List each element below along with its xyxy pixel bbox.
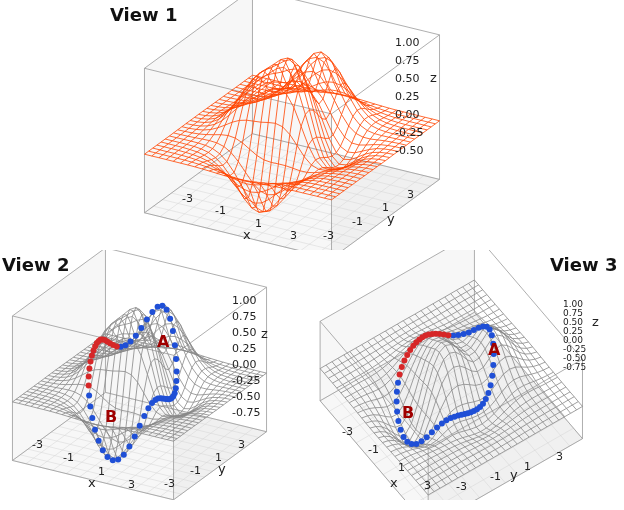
- surface-view2: [0, 250, 310, 500]
- svg-point-141: [159, 303, 165, 309]
- panel-view2: View 2 A B x y z -3 -1 1 3 -3 -1 1 3 -0.…: [0, 250, 310, 500]
- svg-point-112: [105, 454, 111, 460]
- panel-view1: View 1 x y z -3 -1 1 3 -3 -1 1 3 -0.50 -…: [130, 0, 490, 250]
- svg-point-104: [86, 373, 92, 379]
- svg-point-111: [100, 447, 106, 453]
- svg-point-116: [126, 444, 132, 450]
- svg-point-83: [149, 309, 155, 315]
- svg-point-105: [86, 382, 92, 388]
- svg-point-204: [401, 358, 407, 364]
- svg-point-234: [483, 396, 489, 402]
- svg-point-138: [170, 328, 176, 334]
- svg-point-86: [133, 333, 139, 339]
- svg-point-237: [489, 373, 495, 379]
- svg-point-117: [132, 433, 138, 439]
- svg-point-118: [137, 423, 143, 429]
- svg-point-186: [471, 327, 477, 333]
- svg-point-100: [91, 347, 97, 353]
- svg-point-203: [404, 352, 410, 358]
- svg-point-103: [86, 366, 92, 372]
- svg-point-85: [138, 325, 144, 331]
- svg-point-239: [491, 351, 497, 357]
- svg-point-241: [489, 332, 495, 338]
- svg-line-34: [252, 0, 439, 35]
- svg-point-240: [490, 341, 496, 347]
- svg-point-120: [145, 405, 151, 411]
- svg-point-139: [167, 316, 173, 322]
- svg-point-218: [424, 434, 430, 440]
- svg-point-217: [419, 438, 425, 444]
- svg-point-136: [173, 356, 179, 362]
- svg-point-107: [87, 403, 93, 409]
- svg-point-205: [399, 364, 405, 370]
- figure-stage: View 1 x y z -3 -1 1 3 -3 -1 1 3 -0.50 -…: [0, 0, 624, 510]
- svg-point-135: [174, 368, 180, 374]
- svg-point-114: [115, 457, 121, 463]
- surface-view1: [130, 0, 490, 250]
- svg-point-206: [397, 371, 403, 377]
- svg-line-33: [332, 35, 440, 114]
- svg-point-106: [86, 392, 92, 398]
- surface-view3: [310, 250, 624, 500]
- svg-point-115: [121, 452, 127, 458]
- svg-point-212: [398, 427, 404, 433]
- svg-point-209: [394, 399, 400, 405]
- svg-point-207: [395, 380, 401, 386]
- svg-point-236: [488, 382, 494, 388]
- svg-line-75: [105, 250, 266, 287]
- svg-point-219: [429, 429, 435, 435]
- svg-point-134: [173, 378, 179, 384]
- svg-point-235: [485, 390, 491, 396]
- svg-point-102: [88, 359, 94, 365]
- svg-point-119: [141, 413, 147, 419]
- svg-point-87: [128, 339, 134, 345]
- svg-point-113: [110, 457, 116, 463]
- svg-point-101: [89, 353, 95, 359]
- panel-view3: View 3 A B x y z -3 -1 1 3 -3 -1 1 3 -0.…: [310, 250, 624, 500]
- svg-point-213: [401, 434, 407, 440]
- svg-point-108: [89, 415, 95, 421]
- svg-point-208: [394, 389, 400, 395]
- svg-point-220: [434, 425, 440, 431]
- svg-point-133: [173, 385, 179, 391]
- svg-point-109: [92, 427, 98, 433]
- svg-point-216: [413, 441, 419, 447]
- svg-point-187: [466, 329, 472, 335]
- svg-point-137: [172, 342, 178, 348]
- svg-point-238: [490, 362, 496, 368]
- svg-point-110: [96, 438, 102, 444]
- svg-point-211: [395, 418, 401, 424]
- svg-point-210: [394, 408, 400, 414]
- svg-point-242: [487, 327, 493, 333]
- svg-point-84: [144, 317, 150, 323]
- svg-point-188: [461, 331, 467, 337]
